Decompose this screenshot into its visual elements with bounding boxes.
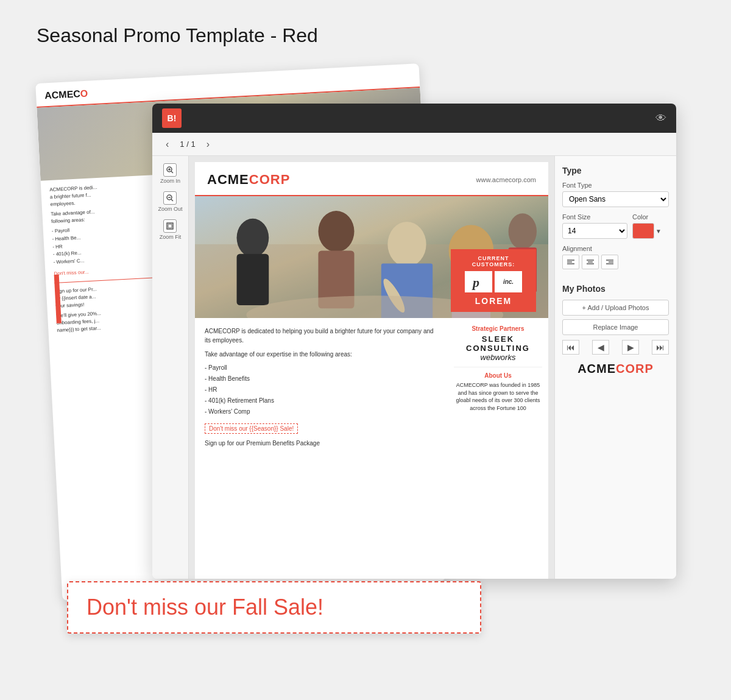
svg-line-6 xyxy=(171,199,173,201)
zoom-out-label: Zoom Out xyxy=(158,206,182,212)
document-page: ACMECORP www.acmecorp.com xyxy=(195,162,548,579)
media-next-button[interactable]: ▶ xyxy=(622,340,639,355)
promo-link[interactable]: Don't miss our {{Season}} Sale! xyxy=(205,423,298,434)
document-area[interactable]: ACMECORP www.acmecorp.com xyxy=(189,156,554,579)
list-item: - Workers' Comp xyxy=(205,406,438,417)
customers-overlay: CURRENT CUSTOMERS: p inc. LOREM xyxy=(451,249,536,312)
alignment-group xyxy=(562,255,669,269)
expertise-heading: Take advantage of our expertise in the f… xyxy=(205,350,438,359)
eye-icon[interactable]: 👁 xyxy=(655,112,666,125)
strategic-partners: Strategic Partners SLEEK CONSULTING webw… xyxy=(454,325,542,362)
main-container: Seasonal Promo Template - Red ACMEC O AC… xyxy=(30,24,701,670)
doc-logo: ACMECORP xyxy=(207,172,290,188)
customer-lorem: LOREM xyxy=(457,296,530,306)
font-size-select[interactable]: 14 12 16 18 xyxy=(562,223,627,239)
content-area: Zoom In Zoom Out xyxy=(152,156,676,579)
svg-point-11 xyxy=(237,219,269,257)
font-type-select[interactable]: Open Sans Arial Helvetica xyxy=(562,191,669,207)
customers-title: CURRENT CUSTOMERS: xyxy=(457,255,530,267)
color-col: Color ▼ xyxy=(632,213,669,239)
zoom-out-button[interactable]: Zoom Out xyxy=(155,189,185,214)
doc-logo-corp: CORP xyxy=(249,172,291,187)
photos-section: My Photos + Add / Upload Photos Replace … xyxy=(562,284,669,376)
about-us: About Us ACMECORP was founded in 1985 an… xyxy=(454,367,542,412)
sp-name1: SLEEK CONSULTING xyxy=(454,334,542,353)
sub-toolbar: ‹ 1 / 1 › xyxy=(152,133,676,156)
color-picker-group: ▼ xyxy=(632,223,669,239)
hero-image: CURRENT CUSTOMERS: p inc. LOREM xyxy=(195,196,548,318)
about-text: ACMECORP was founded in 1985 and has sin… xyxy=(454,381,542,412)
zoom-in-label: Zoom In xyxy=(160,178,180,184)
customer-logo-2: inc. xyxy=(495,271,522,292)
preview-logo: ACMECORP xyxy=(562,362,669,376)
media-prev-button[interactable]: ◀ xyxy=(592,340,609,355)
media-last-button[interactable]: ⏭ xyxy=(652,340,669,355)
svg-text:p: p xyxy=(471,275,479,290)
editor-logo: B! xyxy=(162,108,182,128)
customers-logos: p inc. xyxy=(457,271,530,292)
add-photos-button[interactable]: + Add / Upload Photos xyxy=(562,300,669,316)
type-section-title: Type xyxy=(562,166,669,175)
align-right-button[interactable] xyxy=(601,255,618,269)
zoom-panel: Zoom In Zoom Out xyxy=(152,156,189,579)
svg-point-15 xyxy=(387,222,426,267)
sp-label: Strategic Partners xyxy=(454,325,542,332)
next-page-button[interactable]: › xyxy=(203,138,213,151)
font-size-label: Font Size xyxy=(562,213,627,221)
signup-text: Sign up for our Premium Benefits Package xyxy=(205,439,438,448)
preview-logo-acme: ACME xyxy=(577,362,616,375)
editor-toolbar: B! 👁 xyxy=(152,104,676,133)
page-indicator: 1 / 1 xyxy=(180,140,195,149)
zoom-fit-icon xyxy=(163,219,177,233)
align-center-button[interactable] xyxy=(582,255,599,269)
svg-point-20 xyxy=(509,213,537,249)
list-item: - Health Benefits xyxy=(205,373,438,384)
font-size-col: Font Size 14 12 16 18 xyxy=(562,213,627,239)
col-left: ACMECORP is dedicated to helping you bui… xyxy=(195,318,448,461)
photos-section-title: My Photos xyxy=(562,284,669,294)
prev-page-button[interactable]: ‹ xyxy=(162,138,172,151)
services-list: - Payroll - Health Benefits - HR - 401(k… xyxy=(205,362,438,417)
customer-logo-1: p xyxy=(465,271,492,292)
about-title: About Us xyxy=(454,372,542,379)
svg-point-13 xyxy=(318,211,354,252)
list-item: - HR xyxy=(205,384,438,395)
doc-website: www.acmecorp.com xyxy=(476,176,536,183)
zoom-in-icon xyxy=(163,163,177,177)
promo-banner-text: Don't miss our Fall Sale! xyxy=(87,595,323,620)
col-right: Strategic Partners SLEEK CONSULTING webw… xyxy=(448,318,548,461)
zoom-fit-label: Zoom Fit xyxy=(160,234,182,240)
editor-card: B! 👁 ‹ 1 / 1 › xyxy=(152,104,676,579)
color-label: Color xyxy=(632,213,669,221)
list-item: - Payroll xyxy=(205,362,438,373)
right-panel: Type Font Type Open Sans Arial Helvetica… xyxy=(554,156,676,579)
page-title: Seasonal Promo Template - Red xyxy=(30,24,701,47)
svg-line-3 xyxy=(171,171,173,173)
color-dropdown-arrow[interactable]: ▼ xyxy=(655,228,662,235)
document-body: ACMECORP is dedicated to helping you bui… xyxy=(195,318,548,461)
alignment-label: Alignment xyxy=(562,245,669,252)
font-size-color-row: Font Size 14 12 16 18 Color xyxy=(562,213,669,239)
sp-name2: webworks xyxy=(454,353,542,362)
svg-rect-12 xyxy=(237,254,269,305)
intro-text: ACMECORP is dedicated to helping you bui… xyxy=(205,327,438,345)
svg-rect-8 xyxy=(168,224,172,228)
doc-logo-acme: ACME xyxy=(207,172,249,187)
bg-logo-acme: ACMEC xyxy=(44,88,81,101)
font-type-label: Font Type xyxy=(562,182,669,189)
zoom-in-button[interactable]: Zoom In xyxy=(158,161,183,186)
zoom-fit-button[interactable]: Zoom Fit xyxy=(157,217,184,242)
bg-logo-corp: O xyxy=(80,88,88,100)
media-first-button[interactable]: ⏮ xyxy=(562,340,579,355)
doc-header: ACMECORP www.acmecorp.com xyxy=(195,162,548,196)
zoom-out-icon xyxy=(163,191,177,205)
type-section: Type Font Type Open Sans Arial Helvetica… xyxy=(562,166,669,269)
promo-banner[interactable]: Don't miss our Fall Sale! xyxy=(67,581,481,634)
replace-image-button[interactable]: Replace Image xyxy=(562,319,669,335)
list-item: - 401(k) Retirement Plans xyxy=(205,395,438,406)
align-left-button[interactable] xyxy=(562,255,579,269)
media-controls: ⏮ ◀ ▶ ⏭ xyxy=(562,340,669,355)
color-swatch[interactable] xyxy=(632,223,654,239)
preview-logo-corp: CORP xyxy=(616,362,654,375)
